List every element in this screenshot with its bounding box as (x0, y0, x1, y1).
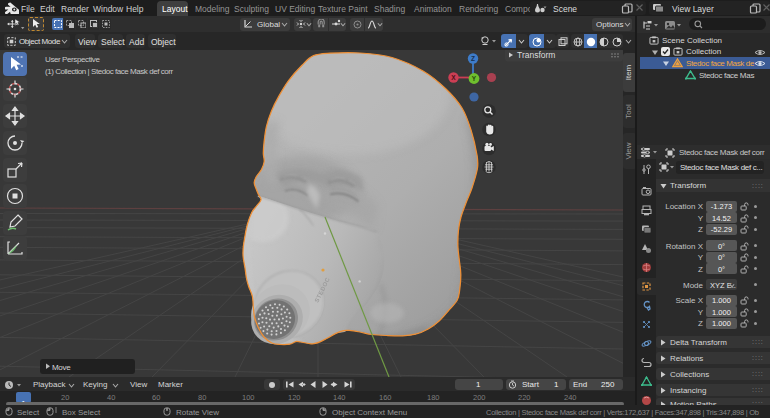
svg-text:Y: Y (472, 75, 477, 82)
svg-text:Transform: Transform (517, 50, 555, 60)
svg-text:(1) Collection | Stedoc face M: (1) Collection | Stedoc face Mask def co… (45, 67, 173, 76)
svg-text:Z: Z (471, 55, 475, 62)
svg-text:X: X (451, 74, 456, 81)
svg-text:Item: Item (624, 64, 633, 80)
svg-text:View: View (624, 142, 633, 159)
svg-text:Tool: Tool (624, 104, 633, 119)
svg-text:User Perspective: User Perspective (45, 55, 100, 64)
svg-text:Move: Move (52, 363, 71, 372)
